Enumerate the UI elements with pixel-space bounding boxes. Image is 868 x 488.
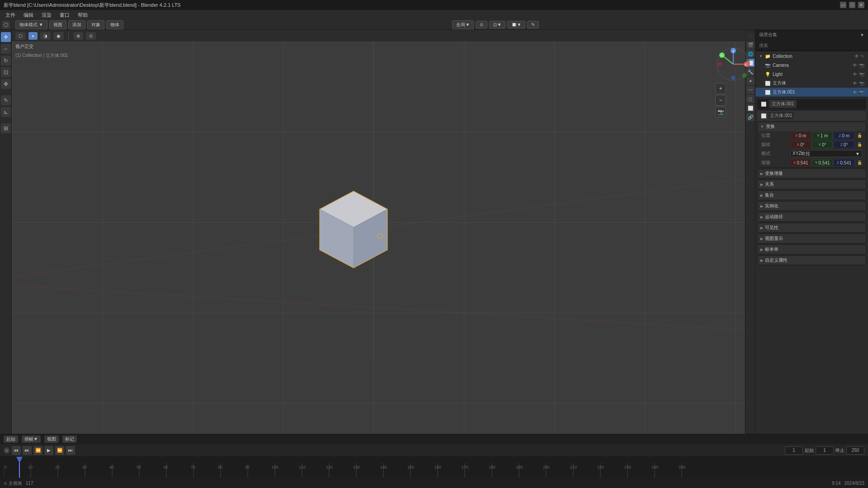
zoom-out-button[interactable]: − <box>715 95 726 106</box>
svg-text:140: 140 <box>380 465 387 469</box>
current-frame-input[interactable]: 1 <box>785 446 803 455</box>
instancing-header[interactable]: ▶ 实例化 <box>758 202 866 211</box>
menu-file[interactable]: 文件 <box>2 11 19 19</box>
object-menu-button[interactable]: 对象 <box>87 20 104 29</box>
tl-tab-marker[interactable]: 标记 <box>62 436 77 443</box>
select-icon[interactable]: ↖ <box>861 54 864 59</box>
lineart-header[interactable]: ▶ 标本串 <box>758 245 866 254</box>
scale-z-field[interactable]: Z 0.541 <box>834 159 854 166</box>
cube001-render-icon[interactable]: 📷 <box>859 90 864 95</box>
rot-y-field[interactable]: Y 0° <box>812 141 833 148</box>
viewport-overlay-button[interactable]: ⊕ <box>73 32 83 40</box>
step-prev-btn[interactable]: ⏪ <box>33 446 42 455</box>
annotate-tool[interactable]: ✎ <box>1 95 11 105</box>
transform-header[interactable]: ▼ 变换 <box>758 122 866 131</box>
jump-next-key-btn[interactable]: ⏭ <box>66 446 75 455</box>
viewport-shading-wire[interactable]: ⬡ <box>15 32 26 40</box>
maximize-button[interactable]: □ <box>849 2 855 8</box>
loc-z-field[interactable]: Z 0 m <box>834 132 854 139</box>
scale-lock[interactable]: 🔓 <box>857 160 862 165</box>
proportional-button[interactable]: ⊙ <box>476 21 487 28</box>
scale-tool[interactable]: ⊡ <box>1 67 11 77</box>
jump-prev-key-btn[interactable]: ⏭ <box>23 446 32 455</box>
cube-eye-icon[interactable]: 👁 <box>853 81 857 86</box>
outliner-light[interactable]: 💡 Light 👁 📷 <box>755 70 868 79</box>
viewport-3d[interactable]: ⬡ ● ◑ ◉ ⊕ ⊙ 视户正交 (1) Collection | 立方体:00… <box>12 30 755 434</box>
zoom-in-button[interactable]: + <box>715 83 726 94</box>
loc-lock[interactable]: 🔓 <box>857 133 862 138</box>
close-button[interactable]: ✕ <box>858 2 864 8</box>
collections-header[interactable]: ▶ 集合 <box>758 191 866 200</box>
motion-paths-section: ▶ 运动路径 <box>757 212 866 222</box>
loc-y-field[interactable]: Y 1 m <box>812 132 833 139</box>
scale-x-field[interactable]: X 0.541 <box>790 159 811 166</box>
frame-end-input[interactable]: 250 <box>846 446 864 455</box>
camera-eye-icon[interactable]: 👁 <box>853 63 857 68</box>
motion-paths-header[interactable]: ▶ 运动路径 <box>758 212 866 221</box>
step-next-btn[interactable]: ⏩ <box>55 446 64 455</box>
frame-start-input[interactable]: 1 <box>816 446 834 455</box>
snap-toggle[interactable]: 🔲▼ <box>507 21 525 28</box>
viewport-display-header[interactable]: ▶ 视图显示 <box>758 234 866 243</box>
play-btn[interactable]: ▶ <box>44 446 53 455</box>
view-menu-button[interactable]: 视图 <box>49 20 66 29</box>
relations-header[interactable]: ▶ 关系 <box>758 180 866 189</box>
add-menu-button[interactable]: 添加 <box>68 20 85 29</box>
cube-render-icon[interactable]: 📷 <box>859 81 864 86</box>
outliner-cube-001[interactable]: ⬜ 立方体.001 👁 📷 <box>755 88 868 97</box>
light-eye-icon[interactable]: 👁 <box>853 72 857 77</box>
delta-transform-header[interactable]: ▶ 变换增量 <box>758 169 866 178</box>
add-cube-tool[interactable]: ⊞ <box>1 123 11 133</box>
rot-z-field[interactable]: Z 0° <box>834 141 854 148</box>
custom-props-header[interactable]: ▶ 自定义属性 <box>758 256 866 265</box>
jump-start-btn[interactable]: ⏮ <box>12 446 21 455</box>
cube-3d-object[interactable] <box>308 182 399 272</box>
physics-menu-button[interactable]: 物体 <box>106 20 123 29</box>
outliner-cube[interactable]: ⬜ 立方体 👁 📷 <box>755 79 868 88</box>
viewport-shading-solid[interactable]: ● <box>28 32 38 40</box>
eye-icon[interactable]: 👁 <box>854 54 859 59</box>
menu-window[interactable]: 窗口 <box>56 11 73 19</box>
rotate-tool[interactable]: ↻ <box>1 56 11 66</box>
tl-tab-view[interactable]: 视图 <box>44 436 59 443</box>
cube001-eye-icon[interactable]: 👁 <box>853 90 857 95</box>
viewport-shading-material[interactable]: ◑ <box>40 32 51 40</box>
move-tool[interactable]: ↔ <box>1 44 11 54</box>
scale-y-field[interactable]: Y 0.541 <box>812 159 833 166</box>
cursor-tool[interactable]: ✛ <box>1 32 11 42</box>
prop-mesh-name[interactable]: 立方体.001 <box>768 112 794 119</box>
transform-section: ▼ 变换 位置 X 0 m Y 1 m Z 0 m <box>757 122 866 168</box>
transform-pivot-button[interactable]: ⊡▼ <box>489 21 505 28</box>
minimize-button[interactable]: — <box>840 2 846 8</box>
loc-x-field[interactable]: X 0 m <box>790 132 811 139</box>
object-mode-button[interactable]: 物体模式 ▼ <box>15 20 47 29</box>
viewport-gizmo-button[interactable]: ⊙ <box>86 32 96 40</box>
menu-render[interactable]: 渲染 <box>38 11 55 19</box>
menu-edit[interactable]: 编辑 <box>20 11 37 19</box>
navigation-gizmo[interactable]: X Y Z <box>715 46 751 82</box>
prop-obj-name[interactable]: 立方体.001 <box>769 100 797 108</box>
visibility-header[interactable]: ▶ 可见性 <box>758 223 866 232</box>
camera-view-button[interactable]: 📷 <box>715 107 726 117</box>
annotation-button[interactable]: ✎ <box>527 21 539 28</box>
rotation-mode-select[interactable]: XYZ欧拉 ▼ <box>790 150 862 157</box>
outliner-camera[interactable]: 📷 Camera 👁 📷 <box>755 61 868 70</box>
rot-x-field[interactable]: X 0° <box>790 141 811 148</box>
viewport-mode-icon[interactable]: ⬡ <box>2 21 10 29</box>
measure-tool[interactable]: ⊾ <box>1 107 11 117</box>
svg-text:10: 10 <box>28 465 33 469</box>
outliner-search[interactable] <box>756 41 867 51</box>
scale-row: 缩放 X 0.541 Y 0.541 Z 0.541 🔓 <box>758 158 866 167</box>
camera-render-icon[interactable]: 📷 <box>859 63 864 68</box>
rot-lock[interactable]: 🔓 <box>857 142 862 147</box>
outliner-collection[interactable]: ▼ 📁 Collection 👁 ↖ <box>755 52 868 61</box>
viewport-shading-rendered[interactable]: ◉ <box>53 32 64 40</box>
light-render-icon[interactable]: 📷 <box>859 72 864 77</box>
outliner-filter-icon[interactable]: ▼ <box>860 33 864 38</box>
snap-button[interactable]: 全局▼ <box>452 20 474 29</box>
transform-tool[interactable]: ✥ <box>1 79 11 89</box>
tl-tab-start[interactable]: 起始 <box>4 436 18 443</box>
menu-help[interactable]: 帮助 <box>74 11 91 19</box>
frame-ruler: 0 10 20 30 40 50 60 70 80 90 100 110 120 <box>0 457 868 478</box>
tl-tab-keyframe[interactable]: 插帧▼ <box>22 436 41 443</box>
